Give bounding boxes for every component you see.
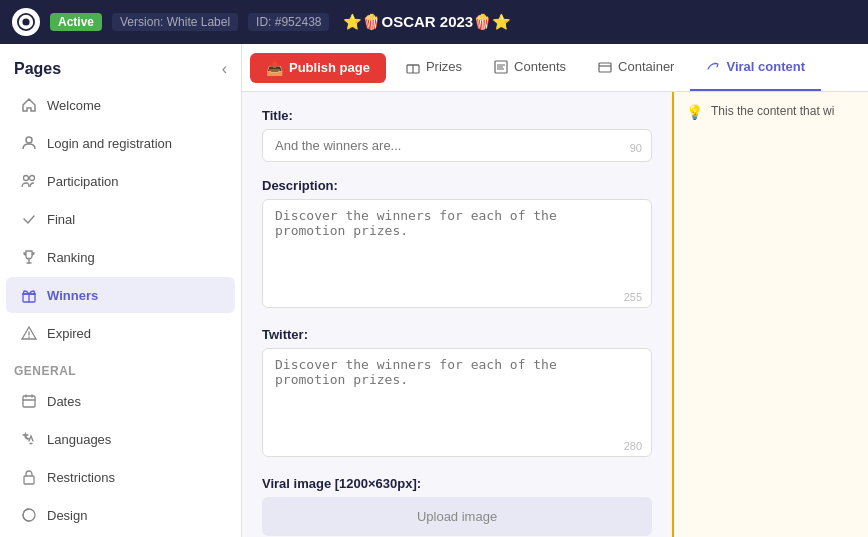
twitter-label: Twitter: (262, 327, 652, 342)
title-input[interactable] (262, 129, 652, 162)
twitter-textarea[interactable] (262, 348, 652, 457)
description-label: Description: (262, 178, 652, 193)
svg-rect-7 (24, 476, 34, 484)
main-panel: 📤 Publish page Prizes Contents Contain (242, 44, 868, 537)
hint-content: 💡 This the content that wi (686, 104, 856, 120)
svg-rect-6 (23, 396, 35, 407)
form-panel: Title: 90 Description: 255 Twi (242, 92, 672, 537)
status-badge: Active (50, 13, 102, 31)
home-icon (20, 96, 38, 114)
sidebar-label-welcome: Welcome (47, 98, 101, 113)
image-label: Viral image [1200×630px]: (262, 476, 652, 491)
hint-text: This the content that wi (711, 104, 834, 120)
twitter-input-wrapper: 280 (262, 348, 652, 460)
sidebar-item-languages[interactable]: Languages (6, 421, 235, 457)
twitter-field-group: Twitter: 280 (262, 327, 652, 460)
lightbulb-icon: 💡 (686, 104, 703, 120)
title-input-wrapper: 90 (262, 129, 652, 162)
description-char-count: 255 (624, 291, 642, 303)
content-area: Title: 90 Description: 255 Twi (242, 92, 868, 537)
gift-icon (20, 286, 38, 304)
sidebar-label-participation: Participation (47, 174, 119, 189)
tab-viral[interactable]: Viral content (690, 44, 821, 91)
trophy-icon (20, 248, 38, 266)
tab-contents-label: Contents (514, 59, 566, 74)
sidebar-label-design: Design (47, 508, 87, 523)
app-logo (12, 8, 40, 36)
twitter-char-count: 280 (624, 440, 642, 452)
sidebar-item-ranking[interactable]: Ranking (6, 239, 235, 275)
svg-point-1 (22, 18, 29, 25)
image-field-group: Viral image [1200×630px]: Upload image (262, 476, 652, 536)
svg-point-3 (24, 176, 29, 181)
app-title: ⭐🍿OSCAR 2023🍿⭐ (343, 13, 511, 31)
participation-icon (20, 172, 38, 190)
tab-publish[interactable]: 📤 Publish page (250, 53, 386, 83)
svg-rect-12 (599, 63, 611, 72)
topbar: Active Version: White Label ID: #952438 … (0, 0, 868, 44)
container-tab-icon (598, 60, 612, 74)
tab-prizes-label: Prizes (426, 59, 462, 74)
general-section-header: General (0, 352, 241, 382)
sidebar-item-final[interactable]: Final (6, 201, 235, 237)
version-badge: Version: White Label (112, 13, 238, 31)
lock-icon (20, 468, 38, 486)
svg-point-2 (26, 137, 32, 143)
hint-panel: 💡 This the content that wi (672, 92, 868, 537)
sidebar-item-welcome[interactable]: Welcome (6, 87, 235, 123)
tab-contents[interactable]: Contents (478, 44, 582, 91)
sidebar-item-participation[interactable]: Participation (6, 163, 235, 199)
warning-icon (20, 324, 38, 342)
sidebar-label-dates: Dates (47, 394, 81, 409)
svg-point-4 (30, 176, 35, 181)
sidebar-label-login: Login and registration (47, 136, 172, 151)
description-input-wrapper: 255 (262, 199, 652, 311)
sidebar-collapse-button[interactable]: ‹ (222, 60, 227, 78)
language-icon (20, 430, 38, 448)
description-textarea[interactable] (262, 199, 652, 308)
prizes-tab-icon (406, 60, 420, 74)
tab-container-label: Container (618, 59, 674, 74)
id-badge: ID: #952438 (248, 13, 329, 31)
tabbar: 📤 Publish page Prizes Contents Contain (242, 44, 868, 92)
sidebar: Pages ‹ Welcome Login and registration P… (0, 44, 242, 537)
tab-viral-label: Viral content (726, 59, 805, 74)
viral-tab-icon (706, 60, 720, 74)
sidebar-label-restrictions: Restrictions (47, 470, 115, 485)
upload-image-button[interactable]: Upload image (262, 497, 652, 536)
sidebar-label-languages: Languages (47, 432, 111, 447)
publish-icon: 📤 (266, 60, 283, 76)
title-field-group: Title: 90 (262, 108, 652, 162)
sidebar-label-expired: Expired (47, 326, 91, 341)
sidebar-item-restrictions[interactable]: Restrictions (6, 459, 235, 495)
tab-container[interactable]: Container (582, 44, 690, 91)
sidebar-label-ranking: Ranking (47, 250, 95, 265)
check-icon (20, 210, 38, 228)
sidebar-item-login[interactable]: Login and registration (6, 125, 235, 161)
tab-publish-label: Publish page (289, 60, 370, 75)
contents-tab-icon (494, 60, 508, 74)
design-icon (20, 506, 38, 524)
sidebar-item-design[interactable]: Design (6, 497, 235, 533)
calendar-icon (20, 392, 38, 410)
tab-prizes[interactable]: Prizes (390, 44, 478, 91)
title-char-count: 90 (630, 142, 642, 154)
sidebar-title: Pages (14, 60, 61, 78)
sidebar-item-expired[interactable]: Expired (6, 315, 235, 351)
description-field-group: Description: 255 (262, 178, 652, 311)
title-label: Title: (262, 108, 652, 123)
sidebar-item-dates[interactable]: Dates (6, 383, 235, 419)
sidebar-label-final: Final (47, 212, 75, 227)
user-icon (20, 134, 38, 152)
sidebar-label-winners: Winners (47, 288, 98, 303)
sidebar-item-winners[interactable]: Winners (6, 277, 235, 313)
